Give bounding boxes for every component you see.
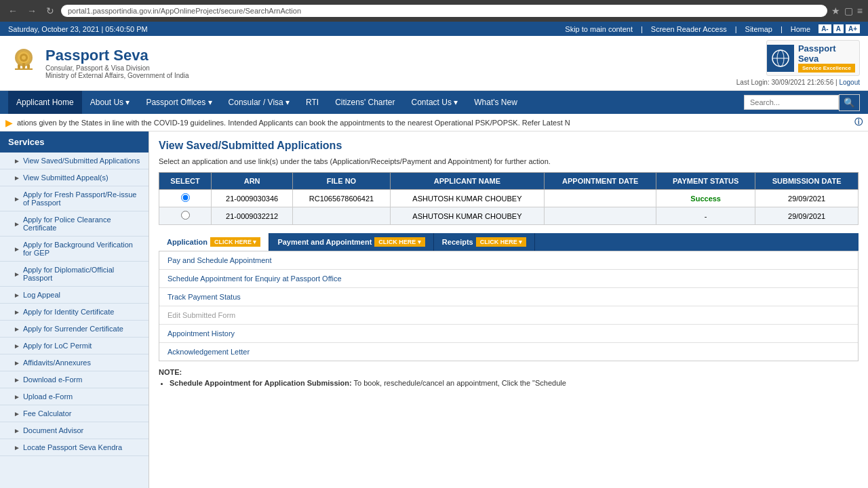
nav-consular-visa[interactable]: Consular / Visa ▾ xyxy=(220,91,298,114)
nav-passport-offices[interactable]: Passport Offices ▾ xyxy=(138,91,220,114)
nav-rti[interactable]: RTI xyxy=(298,91,327,114)
home-link[interactable]: Home xyxy=(791,25,810,33)
table-header: SELECT ARN FILE NO APPLICANT NAME APPOIN… xyxy=(159,173,859,190)
font-small-button[interactable]: A- xyxy=(818,24,831,33)
service-excellence-text: Service Excellence xyxy=(798,64,855,73)
navbar: Applicant Home About Us ▾ Passport Offic… xyxy=(0,91,868,114)
nav-contact-us[interactable]: Contact Us ▾ xyxy=(403,91,467,114)
sidebar-item-fresh-passport[interactable]: ► Apply for Fresh Passport/Re-issue of P… xyxy=(0,186,149,211)
row2-applicant-name: ASHUTOSH KUMAR CHOUBEY xyxy=(390,207,544,225)
row1-select[interactable] xyxy=(159,190,212,207)
menu-icon[interactable]: ≡ xyxy=(857,5,863,16)
row2-submission-date: 29/09/2021 xyxy=(755,207,859,225)
action-acknowledgement-letter[interactable]: Acknowledgement Letter xyxy=(159,343,858,361)
sidebar-item-surrender-certificate[interactable]: ► Apply for Surrender Certificate xyxy=(0,321,149,338)
tab-receipts-click-btn[interactable]: CLICK HERE ▾ xyxy=(476,237,527,247)
page-description: Select an application and use link(s) un… xyxy=(159,157,859,165)
col-file-no: FILE NO xyxy=(293,173,391,190)
back-button[interactable]: ← xyxy=(5,4,20,18)
url-bar[interactable]: portal1.passportindia.gov.in/AppOnlinePr… xyxy=(61,5,827,17)
row1-submission-date: 29/09/2021 xyxy=(755,190,859,207)
applications-table: SELECT ARN FILE NO APPLICANT NAME APPOIN… xyxy=(159,172,859,225)
sidebar-item-diplomatic-passport[interactable]: ► Apply for Diplomatic/Official Passport xyxy=(0,262,149,287)
action-track-payment[interactable]: Track Payment Status xyxy=(159,288,858,306)
arrow-icon: ► xyxy=(14,157,20,165)
svg-rect-4 xyxy=(18,64,20,68)
nav-whats-new[interactable]: What's New xyxy=(466,91,526,114)
sidebar-item-police-clearance[interactable]: ► Apply for Police Clearance Certificate xyxy=(0,211,149,237)
sidebar-item-loc-permit[interactable]: ► Apply for LoC Permit xyxy=(0,338,149,354)
sidebar-item-view-saved[interactable]: ► View Saved/Submitted Applications xyxy=(0,152,149,169)
row2-radio[interactable] xyxy=(181,211,190,220)
star-icon[interactable]: ★ xyxy=(831,5,840,16)
search-button[interactable]: 🔍 xyxy=(839,94,860,111)
row2-appointment-date xyxy=(545,207,656,225)
action-appointment-history[interactable]: Appointment History xyxy=(159,325,858,343)
table-row: 21-0009030346 RC1065678606421 ASHUTOSH K… xyxy=(159,190,859,207)
sidebar-item-fee-calculator[interactable]: ► Fee Calculator xyxy=(0,405,149,422)
browser-chrome: ← → ↻ portal1.passportindia.gov.in/AppOn… xyxy=(0,0,868,22)
arrow-icon: ► xyxy=(14,342,20,350)
sidebar-item-download-form[interactable]: ► Download e-Form xyxy=(0,371,149,388)
skip-link[interactable]: Skip to main content xyxy=(565,25,633,33)
font-normal-button[interactable]: A xyxy=(833,24,844,33)
ticker-arrow-icon: ▶ xyxy=(5,117,13,128)
action-schedule-enquiry[interactable]: Schedule Appointment for Enquiry at Pass… xyxy=(159,270,858,288)
font-large-button[interactable]: A+ xyxy=(846,24,860,33)
sidebar-item-identity-certificate[interactable]: ► Apply for Identity Certificate xyxy=(0,304,149,321)
row2-payment-status: - xyxy=(656,207,755,225)
last-login-info: Last Login: 30/09/2021 21:26:56 | Logout xyxy=(736,79,860,86)
sidebar: Services ► View Saved/Submitted Applicat… xyxy=(0,131,149,488)
accessibility-buttons: A- A A+ xyxy=(818,24,860,33)
sidebar-item-upload-form[interactable]: ► Upload e-Form xyxy=(0,388,149,405)
passport-seva-logo: Passport Seva Service Excellence xyxy=(766,40,860,76)
arrow-icon: ► xyxy=(14,393,20,401)
note-item-text: To book, reschedule/cancel an appointmen… xyxy=(354,379,566,387)
sidebar-item-background-verification[interactable]: ► Apply for Background Verification for … xyxy=(0,237,149,262)
info-bar-right: Skip to main content | Screen Reader Acc… xyxy=(565,24,860,33)
nav-citizens-charter[interactable]: Citizens' Charter xyxy=(327,91,403,114)
tab-application[interactable]: Application CLICK HERE ▾ xyxy=(159,233,269,251)
sidebar-item-locate-kendra[interactable]: ► Locate Passport Seva Kendra xyxy=(0,439,149,456)
site-header: Passport Seva Consular, Passport & Visa … xyxy=(0,36,868,91)
svg-rect-7 xyxy=(15,68,33,70)
extensions-icon[interactable]: ▢ xyxy=(844,5,853,16)
screen-reader-link[interactable]: Screen Reader Access xyxy=(651,25,727,33)
sidebar-item-document-advisor[interactable]: ► Document Advisor xyxy=(0,422,149,439)
action-edit-form: Edit Submitted Form xyxy=(159,306,858,325)
note-item: Schedule Appointment for Application Sub… xyxy=(170,379,859,387)
forward-button[interactable]: → xyxy=(24,4,39,18)
arrow-icon: ► xyxy=(14,427,20,434)
note-list: Schedule Appointment for Application Sub… xyxy=(159,379,859,387)
logout-link[interactable]: Logout xyxy=(839,79,860,86)
header-left: Passport Seva Consular, Passport & Visa … xyxy=(8,46,189,80)
search-input[interactable] xyxy=(744,95,839,110)
arrow-icon: ► xyxy=(14,444,20,451)
sidebar-item-view-submitted[interactable]: ► View Submitted Appeal(s) xyxy=(0,169,149,186)
tab-payment-click-btn[interactable]: CLICK HERE ▾ xyxy=(374,237,425,247)
row2-select[interactable] xyxy=(159,207,212,225)
arrow-icon: ► xyxy=(14,376,20,384)
main-content: View Saved/Submitted Applications Select… xyxy=(149,131,868,488)
tab-receipts[interactable]: Receipts CLICK HERE ▾ xyxy=(434,233,535,251)
action-pay-schedule[interactable]: Pay and Schedule Appointment xyxy=(159,251,858,270)
row1-applicant-name: ASHUTOSH KUMAR CHOUBEY xyxy=(390,190,544,207)
col-payment-status: PAYMENT STATUS xyxy=(656,173,755,190)
row2-file-no xyxy=(293,207,391,225)
ticker-info-icon[interactable]: ⓘ xyxy=(854,117,863,128)
sitemap-link[interactable]: Sitemap xyxy=(745,25,772,33)
sidebar-item-log-appeal[interactable]: ► Log Appeal xyxy=(0,287,149,304)
tab-application-click-btn[interactable]: CLICK HERE ▾ xyxy=(210,237,261,247)
arrow-icon: ► xyxy=(14,291,20,299)
reload-button[interactable]: ↻ xyxy=(43,4,57,18)
url-text: portal1.passportindia.gov.in/AppOnlinePr… xyxy=(68,7,301,15)
tab-payment-appointment[interactable]: Payment and Appointment CLICK HERE ▾ xyxy=(269,233,433,251)
arrow-icon: ► xyxy=(14,245,20,253)
row1-radio[interactable] xyxy=(181,193,190,202)
note-section: NOTE: Schedule Appointment for Applicati… xyxy=(159,368,859,387)
arrow-icon: ► xyxy=(14,410,20,418)
sidebar-item-affidavits[interactable]: ► Affidavits/Annexures xyxy=(0,354,149,371)
nav-about-us[interactable]: About Us ▾ xyxy=(82,91,138,114)
nav-applicant-home[interactable]: Applicant Home xyxy=(8,91,82,114)
info-bar: Saturday, October 23, 2021 | 05:40:50 PM… xyxy=(0,22,868,36)
